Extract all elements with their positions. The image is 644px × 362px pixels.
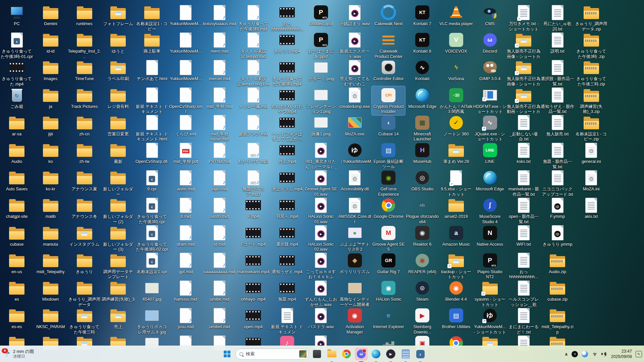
desktop-icon[interactable]: 調声練習(失敗)_3.zip — [575, 86, 608, 115]
desktop-icon[interactable]: airset2-2019 — [439, 196, 473, 220]
desktop-icon[interactable]: ‹Cubase 14 — [372, 114, 405, 138]
desktop-icon[interactable]: ‹名称未設定1.cpr — [135, 251, 169, 276]
desktop-icon[interactable]: おっhhhhhhhhhhhh... — [270, 3, 304, 33]
desktop-icon[interactable]: かるーく.png — [304, 58, 338, 82]
desktop-icon[interactable]: きゅうり.mp4 — [270, 31, 304, 55]
desktop-icon[interactable]: きゅうり食ってた午後三時.zip — [575, 58, 608, 87]
desktop-icon[interactable]: maniuta — [34, 224, 67, 248]
desktop-icon[interactable]: ↗syasinn - ショートカット — [473, 279, 507, 308]
desktop-icon[interactable]: きゅうり — [68, 251, 101, 276]
desktop-icon[interactable]: OpenCvSharp.xml — [169, 86, 203, 115]
desktop-icon[interactable]: ohhayo-.mp4 — [236, 279, 270, 303]
desktop-icon[interactable]: es — [0, 279, 34, 303]
desktop-icon[interactable]: GIMP 3.0.4 — [473, 58, 507, 82]
desktop-icon[interactable]: 羽尻へ.mp4 — [270, 196, 304, 220]
desktop-icon[interactable]: ◉HALion Sonic — [372, 279, 405, 303]
desktop-icon[interactable]: Controller Editor — [372, 58, 405, 82]
desktop-icon[interactable]: ♪umibet.mid — [203, 306, 236, 330]
notification-pen-icon[interactable]: ✎ — [636, 351, 642, 357]
desktop-icon[interactable]: 65407.jpg — [135, 279, 169, 303]
desktop-icon[interactable]: ▶Groove Agent SE 01.wav — [304, 169, 338, 198]
desktop-icon[interactable]: ↗backup - ショートカット — [439, 251, 473, 281]
desktop-icon[interactable]: ∿Kontakt — [406, 58, 439, 82]
desktop-icon[interactable]: HMuseHub — [406, 141, 439, 165]
desktop-icon[interactable]: YukkuriMovieM... — [169, 31, 203, 55]
desktop-icon[interactable]: 新規 テキスト ドキュメント.html — [135, 114, 169, 143]
taskbar-media-player[interactable]: ▶ — [384, 348, 397, 360]
desktop-icon[interactable]: jijii — [34, 114, 67, 138]
desktop-icon[interactable]: 新しいフォルダー (3) — [101, 224, 135, 253]
desktop-icon[interactable]: ‹9.cpr — [135, 169, 169, 193]
desktop-icon-selected[interactable]: CPICrypton Product Installer — [372, 86, 405, 115]
desktop-icon[interactable]: ♪MP3わかりやす.mp3 — [236, 141, 270, 165]
desktop-icon[interactable]: ↗万引きメモ.txt - ショートカット — [507, 3, 540, 33]
desktop-icon[interactable]: 死にたい_ゅ歌詞.txt — [541, 3, 574, 33]
desktop-icon[interactable]: 無題 - 親作品一覧.txt — [541, 141, 574, 170]
tray-blue-orb-icon[interactable] — [582, 351, 588, 357]
desktop-icon[interactable]: 説明.txt — [541, 31, 574, 55]
desktop-icon[interactable]: アナウンス夏 — [68, 169, 101, 193]
desktop-icon[interactable]: ▶こってゅｈｄすおｆｄｓｂふぉ.wav — [304, 251, 338, 281]
desktop-icon[interactable]: ↗9.5.xlsx - ショートカット — [439, 169, 473, 198]
desktop-icon[interactable]: レジ袋有料 — [101, 86, 135, 110]
desktop-icon[interactable]: ♪hamusu.mid — [169, 279, 203, 303]
desktop-icon[interactable]: MGroove Agent SE 5 — [372, 224, 405, 253]
desktop-icon[interactable]: akis.txt — [575, 196, 608, 220]
desktop-icon[interactable]: フォトフレーム — [101, 3, 135, 27]
desktop-icon[interactable]: きゅうり食ってた.mp4 — [0, 58, 34, 87]
desktop-icon[interactable]: Auto Saves — [0, 169, 34, 193]
desktop-icon[interactable]: Images — [34, 58, 67, 82]
desktop-icon[interactable]: ♪meroin.mid — [203, 58, 236, 82]
desktop-icon[interactable]: ♪sirofo.mid — [203, 196, 236, 220]
desktop-icon[interactable]: テンポあて.html — [135, 58, 169, 82]
desktop-icon[interactable]: ヘッドフォンはずしててよかっt.mp4 — [270, 114, 304, 143]
desktop-icon[interactable]: ♪新規ソング.mid — [236, 114, 270, 138]
desktop-icon[interactable]: ♪タイトル未設定.tempo.mid — [236, 31, 270, 60]
desktop-icon[interactable]: ゆ↗YukkuriMovieM... - ショートカット — [473, 306, 507, 336]
desktop-icon[interactable]: 孤独なインディーゲーム開発者の一生 ... — [338, 279, 372, 308]
desktop-icon[interactable]: zh-cn — [68, 114, 101, 138]
desktop-icon[interactable]: PC — [0, 3, 34, 27]
desktop-icon[interactable]: ‹きゅうり食ってた午後3時-01.cpr — [0, 31, 34, 60]
desktop-icon[interactable]: ♪きゅうり食ってた午後3時.mid — [236, 3, 270, 33]
desktop-icon[interactable]: Audio.zip — [541, 251, 574, 276]
desktop-icon[interactable]: ▶ずんだもん_しおかせふ.wav — [304, 279, 338, 308]
desktop-icon[interactable]: ♪aorin.mid — [169, 169, 203, 193]
desktop-icon[interactable]: en-us — [0, 251, 34, 276]
desktop-icon[interactable]: runtimes — [68, 3, 101, 27]
wifi-icon[interactable] — [592, 352, 598, 356]
desktop-icon[interactable]: ‹きゅうり食ってた午後3時.cpr — [135, 196, 169, 225]
desktop-icon[interactable]: 名称未設定1 - コピー.zip — [575, 114, 608, 143]
desktop-icon[interactable]: ♪umibe.mid — [203, 279, 236, 303]
desktop-icon[interactable]: ♪kotusytuaaus.mid — [203, 3, 236, 27]
desktop-icon[interactable]: ar-sa — [0, 114, 34, 138]
desktop-icon[interactable]: F.mp4 — [236, 196, 270, 220]
desktop-icon[interactable]: ♪b.mid — [169, 196, 203, 220]
desktop-icon[interactable]: ♪td.mid — [203, 224, 236, 248]
desktop-icon[interactable]: 調声用データテンプレート — [101, 251, 135, 281]
desktop-icon[interactable]: ラベル印刷 — [101, 58, 135, 82]
desktop-icon[interactable]: open - 親作品一覧.txt — [507, 196, 540, 225]
desktop-icon[interactable]: きゅうりポカコレ用サムネ.jpg — [135, 306, 169, 336]
desktop-icon[interactable]: ヘルスコンプレッション__歌詞.txt — [507, 279, 540, 308]
desktop-icon[interactable]: manisekarin - 親作品一覧.txt — [507, 169, 540, 198]
desktop-icon[interactable]: PNT2Untitled.ppsf — [304, 3, 338, 27]
desktop-icon[interactable]: 名称未設定1 - コピー — [135, 3, 169, 33]
desktop-icon[interactable]: ごみ箱 — [0, 86, 34, 110]
desktop-icon[interactable]: ♪PVTNd.mid — [203, 141, 236, 165]
desktop-icon[interactable]: ゆ（YukkuriMovieM... — [338, 141, 372, 170]
desktop-icon[interactable]: ⚙general.ini — [575, 141, 608, 165]
desktop-icon[interactable]: おっhhhhhhhhhhh... — [507, 251, 540, 281]
desktop-icon[interactable]: きゅうり食ってた午後三時 — [68, 306, 101, 336]
desktop-icon[interactable]: ∿↗JQuake.exe - ショートカット — [473, 114, 507, 143]
desktop-icon[interactable]: ◉GeForce Experience — [372, 169, 405, 198]
desktop-icon[interactable]: OpenCvSharp.dll... — [135, 141, 169, 170]
desktop-icon[interactable]: Audio — [0, 141, 34, 165]
desktop-icon[interactable]: midi_Telepathy.zip — [541, 306, 574, 336]
desktop-icon[interactable]: 新規 テキスト ドキュメント.musicxml — [270, 306, 304, 336]
desktop-icon[interactable]: 井上.mp4 — [270, 141, 304, 165]
desktop-icon[interactable]: ニコニコバックアップコード.txt — [541, 169, 574, 198]
desktop-icon[interactable]: Mixdown — [34, 279, 67, 303]
desktop-icon[interactable]: ▶答え知っててもむずいわこれ.wav — [338, 58, 372, 88]
desktop-icon[interactable]: 筆まめ Ver.28 — [439, 141, 473, 165]
